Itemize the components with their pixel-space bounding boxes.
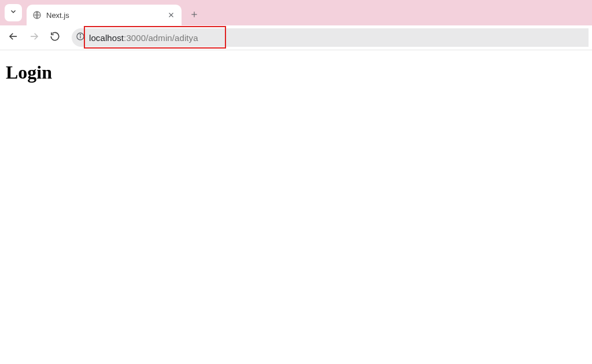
svg-point-9 [80,34,80,35]
info-icon [76,32,85,43]
tab-title: Next.js [46,11,162,20]
page-heading: Login [6,62,586,83]
browser-toolbar: localhost:3000/admin/aditya [0,25,592,50]
back-button[interactable] [3,28,23,47]
plus-icon [190,9,198,21]
reload-icon [50,31,60,44]
address-bar[interactable]: localhost:3000/admin/aditya [72,28,589,47]
arrow-right-icon [29,31,39,44]
chevron-down-icon [9,8,17,18]
new-tab-button[interactable] [186,7,202,23]
url-text: localhost:3000/admin/aditya [89,33,198,43]
globe-icon [32,10,42,20]
close-icon[interactable] [166,10,176,20]
forward-button[interactable] [24,28,44,47]
arrow-left-icon [8,31,18,44]
tab-search-button[interactable] [5,4,22,21]
site-info-button[interactable] [72,32,89,43]
url-host: localhost [89,33,124,43]
browser-tab[interactable]: Next.js [27,5,182,25]
page-content: Login [0,50,592,95]
url-path: :3000/admin/aditya [124,33,198,43]
browser-tab-strip: Next.js [0,0,592,25]
reload-button[interactable] [45,28,65,47]
